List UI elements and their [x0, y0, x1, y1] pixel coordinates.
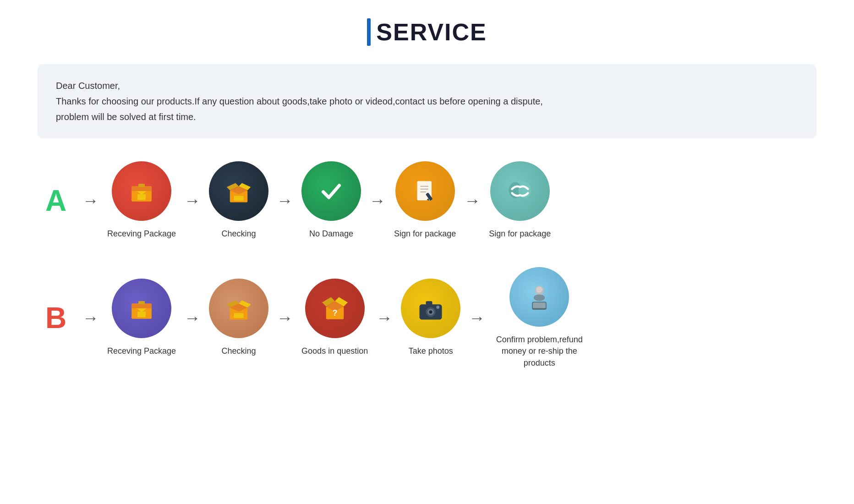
- page-header: SERVICE: [367, 18, 487, 46]
- page-title: SERVICE: [376, 18, 487, 46]
- step-b3-icon: ?: [305, 279, 365, 338]
- row-label-a: A: [38, 184, 74, 218]
- arrow-b3: →: [277, 308, 293, 328]
- arrow-b2: →: [184, 308, 201, 328]
- step-a4-icon: [395, 161, 455, 221]
- svg-rect-10: [234, 196, 244, 201]
- step-a1-icon: [112, 161, 171, 221]
- row-label-b: B: [38, 301, 74, 335]
- step-a4-label: Sign for package: [394, 228, 456, 240]
- svg-rect-44: [533, 302, 546, 308]
- step-a1: Receving Package: [107, 161, 176, 240]
- svg-rect-39: [426, 301, 432, 306]
- step-b4: Take photos: [401, 279, 460, 357]
- step-b1-label: Receving Package: [107, 345, 176, 357]
- notice-box: Dear Customer, Thanks for choosing our p…: [38, 64, 816, 138]
- step-a1-label: Receving Package: [107, 228, 176, 240]
- svg-point-40: [436, 306, 439, 309]
- svg-point-42: [534, 295, 545, 301]
- step-b2: Checking: [209, 279, 268, 357]
- svg-point-38: [429, 311, 432, 314]
- flow-row-b: B → Receving Package →: [38, 267, 816, 369]
- step-b4-icon: [401, 279, 460, 338]
- step-b3: ? Goods in question: [301, 279, 368, 357]
- svg-rect-22: [138, 301, 145, 305]
- step-b2-label: Checking: [222, 345, 256, 357]
- step-b5-label: Confirm problem,refund money or re-ship …: [493, 334, 585, 369]
- step-a5-label: Sign for package: [489, 228, 551, 240]
- flow-section-a: A → Receving Package →: [38, 161, 816, 240]
- step-b5-icon: [509, 267, 569, 327]
- notice-line3: problem will be solved at first time.: [56, 109, 798, 125]
- arrow-a3: →: [277, 191, 293, 210]
- arrow-a2: →: [184, 191, 201, 210]
- step-b1: Receving Package: [107, 279, 176, 357]
- flow-row-a: A → Receving Package →: [38, 161, 816, 240]
- step-a4: Sign for package: [394, 161, 456, 240]
- step-a3-label: No Damage: [309, 228, 353, 240]
- svg-rect-3: [138, 184, 145, 187]
- step-a3: No Damage: [301, 161, 361, 240]
- step-b3-label: Goods in question: [301, 345, 368, 357]
- svg-rect-24: [137, 312, 146, 317]
- arrow-a4: →: [369, 191, 386, 210]
- step-a2-label: Checking: [222, 228, 256, 240]
- step-b2-icon: [209, 279, 268, 338]
- step-b4-label: Take photos: [409, 345, 453, 357]
- arrow-b5: →: [469, 308, 485, 328]
- flow-section-b: B → Receving Package →: [38, 267, 816, 369]
- step-a5: Sign for package: [489, 161, 551, 240]
- svg-point-45: [536, 286, 542, 293]
- step-a3-icon: [301, 161, 361, 221]
- svg-rect-5: [137, 194, 146, 200]
- arrow-b4: →: [376, 308, 393, 328]
- arrow-a1: →: [82, 191, 99, 210]
- header-accent-bar: [367, 18, 371, 46]
- step-b5: Confirm problem,refund money or re-ship …: [493, 267, 585, 369]
- arrow-b1: →: [82, 308, 99, 328]
- step-b1-icon: [112, 279, 171, 338]
- step-a2: Checking: [209, 161, 268, 240]
- svg-rect-29: [234, 313, 244, 318]
- step-a2-icon: [209, 161, 268, 221]
- notice-line1: Dear Customer,: [56, 78, 798, 93]
- arrow-a5: →: [464, 191, 481, 210]
- notice-line2: Thanks for choosing our products.If any …: [56, 93, 798, 109]
- step-a5-icon: [490, 161, 550, 221]
- svg-text:?: ?: [332, 308, 337, 318]
